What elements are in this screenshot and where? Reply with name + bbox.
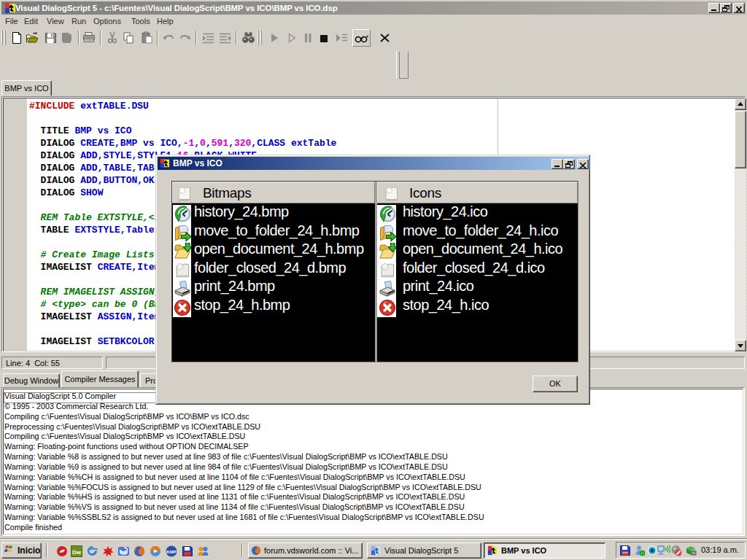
svg-text:KMP: KMP <box>166 550 176 554</box>
svg-text:Dw: Dw <box>72 549 82 556</box>
